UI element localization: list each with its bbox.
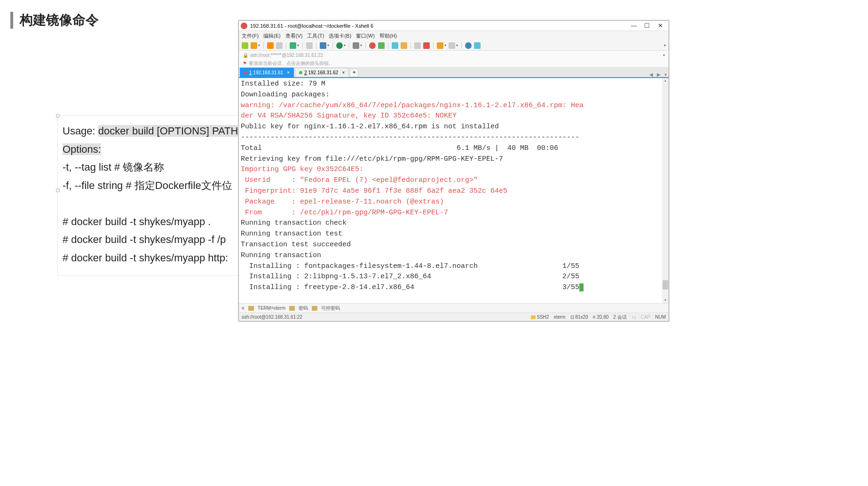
add-tab-button[interactable]: + [350, 69, 358, 77]
status-ssh: SSH2 [531, 314, 549, 320]
status-dot-icon [244, 71, 247, 74]
menu-edit[interactable]: 编辑(E) [263, 32, 281, 39]
xshell-window: 192.168.31.61 - root@localhost:~/dockerf… [238, 20, 669, 321]
window-titlebar[interactable]: 192.168.31.61 - root@localhost:~/dockerf… [239, 21, 669, 31]
tab-session-1[interactable]: 1 192.168.31.61 × [240, 68, 294, 77]
tab-close-icon[interactable]: × [342, 70, 345, 75]
menu-file[interactable]: 文件(F) [242, 32, 259, 39]
menu-icon[interactable]: ≡ [242, 306, 245, 311]
folder-icon[interactable] [248, 306, 254, 311]
tab-prev-icon[interactable]: ◀ [647, 72, 655, 77]
status-sessions: 2 会话 [613, 314, 626, 321]
close-button[interactable]: ✕ [654, 22, 667, 29]
terminal-output[interactable]: Installed size: 79 MDownloading packages… [239, 78, 669, 303]
address-bar[interactable]: 🔒 ssh://root:******@192.168.31.61:22 ▾ [239, 51, 669, 59]
status-bar: ssh://root@192.168.31.61:22 SSH2 xterm ⊡… [239, 313, 669, 321]
hint-text: 要添加当前会话，点击左侧的箭头按钮。 [249, 60, 333, 67]
folder-icon[interactable] [289, 306, 295, 311]
hint-bar: ⚑ 要添加当前会话，点击左侧的箭头按钮。 [239, 59, 669, 68]
window-title: 192.168.31.61 - root@localhost:~/dockerf… [250, 23, 373, 29]
title-accent [10, 12, 13, 29]
scroll-up-icon[interactable]: ▴ [662, 78, 669, 84]
status-cap: CAP [641, 314, 651, 320]
toolbar-overflow-icon[interactable]: ▾ [664, 43, 666, 47]
status-connection: ssh://root@192.168.31.61:22 [242, 314, 302, 320]
status-size: ⊡ 81x20 [570, 314, 588, 320]
lock-icon: 🔒 [243, 53, 248, 58]
help-icon[interactable] [465, 42, 472, 49]
toolbar: ▾ ▾ ▾ ▾ ▾ ▾ ▾ ▾ [239, 40, 669, 51]
resize-handle[interactable] [56, 114, 60, 118]
menu-view[interactable]: 查看(V) [285, 32, 303, 39]
play-icon[interactable] [378, 42, 385, 49]
address-text: ssh://root:******@192.168.31.61:22 [250, 53, 323, 58]
status-dot-icon [299, 71, 302, 74]
controlled-password-label[interactable]: 可控密码 [321, 305, 340, 312]
down-arrow-icon: ↓ [634, 314, 636, 320]
menu-bar: 文件(F) 编辑(E) 查看(V) 工具(T) 选项卡(B) 窗口(W) 帮助(… [239, 31, 669, 40]
maximize-button[interactable]: ☐ [640, 22, 654, 29]
app-icon [241, 23, 247, 29]
bottom-toolbar: ≡ TERM=xterm 密码 可控密码 [239, 303, 669, 313]
terminal-scrollbar[interactable]: ▴ ▾ [662, 78, 669, 303]
about-icon[interactable] [474, 42, 481, 49]
menu-tools[interactable]: 工具(T) [307, 32, 324, 39]
folder-icon[interactable] [312, 306, 317, 311]
status-pos: ≡ 20,80 [593, 314, 609, 320]
settings-icon[interactable] [414, 42, 421, 49]
record-icon[interactable] [369, 42, 376, 49]
tab-close-icon[interactable]: × [287, 70, 290, 75]
tab-bar: 1 192.168.31.61 × 2 192.168.31.62 × + ◀ … [239, 68, 669, 78]
copy-icon[interactable] [276, 42, 283, 49]
menu-tabs[interactable]: 选项卡(B) [329, 32, 351, 39]
term-label: TERM=xterm [258, 306, 285, 311]
lock-icon[interactable] [401, 42, 407, 49]
new-session-icon[interactable] [242, 42, 248, 49]
tab-next-icon[interactable]: ▶ [655, 72, 663, 77]
tab-menu-icon[interactable]: ▾ [663, 72, 669, 77]
address-dropdown-icon[interactable]: ▾ [663, 53, 665, 57]
menu-help[interactable]: 帮助(H) [379, 32, 397, 39]
resize-handle[interactable] [56, 188, 60, 192]
paste-icon[interactable] [320, 42, 326, 49]
page-title: 构建镜像命令 [20, 11, 99, 29]
cursor-icon [579, 283, 584, 291]
font-icon[interactable] [353, 42, 359, 49]
page-title-bar: 构建镜像命令 [10, 11, 99, 29]
flag-icon[interactable] [423, 42, 430, 49]
grid-icon[interactable] [449, 42, 455, 49]
scroll-down-icon[interactable]: ▾ [662, 298, 669, 303]
connect-icon[interactable] [290, 42, 296, 49]
status-term: xterm [554, 314, 566, 320]
folder2-icon[interactable] [437, 42, 443, 49]
status-num: NUM [655, 314, 666, 320]
search-icon[interactable] [306, 42, 313, 49]
cut-icon[interactable] [267, 42, 274, 49]
fullscreen-icon[interactable] [392, 42, 398, 49]
flag-icon: ⚑ [243, 61, 247, 66]
tab-session-2[interactable]: 2 192.168.31.62 × [295, 68, 349, 77]
minimize-button[interactable]: — [627, 22, 640, 29]
menu-window[interactable]: 窗口(W) [356, 32, 375, 39]
globe-icon[interactable] [336, 42, 343, 49]
selected-text: docker build [OPTIONS] PATH [98, 125, 238, 137]
open-folder-icon[interactable] [251, 42, 257, 49]
password-label[interactable]: 密码 [299, 305, 308, 312]
scroll-thumb[interactable] [663, 280, 668, 290]
